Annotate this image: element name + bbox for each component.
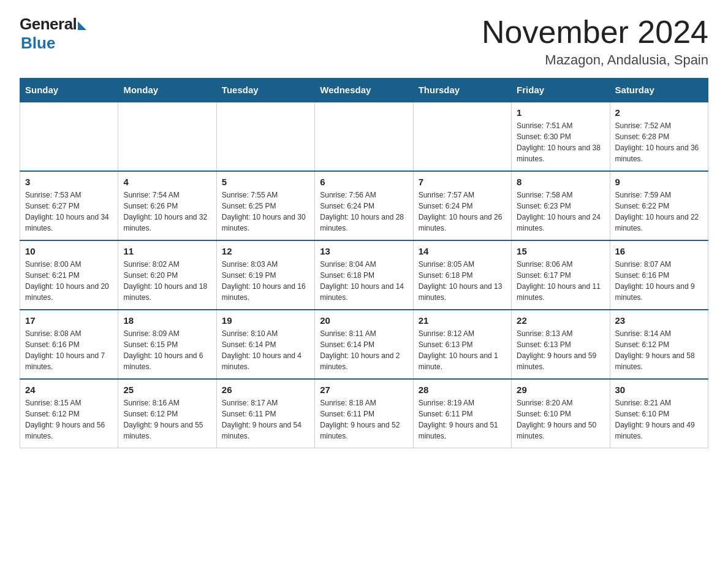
day-info: Sunrise: 8:17 AMSunset: 6:11 PMDaylight:… [222,397,309,442]
day-info: Sunrise: 8:13 AMSunset: 6:13 PMDaylight:… [517,328,604,372]
day-of-week-header: Thursday [413,79,511,102]
calendar-header-row: SundayMondayTuesdayWednesdayThursdayFrid… [20,79,708,102]
day-info: Sunrise: 7:55 AMSunset: 6:25 PMDaylight:… [222,190,309,234]
calendar-day-cell: 7Sunrise: 7:57 AMSunset: 6:24 PMDaylight… [413,171,511,240]
day-number: 17 [25,315,113,326]
day-info: Sunrise: 7:56 AMSunset: 6:24 PMDaylight:… [320,190,408,234]
day-info: Sunrise: 8:08 AMSunset: 6:16 PMDaylight:… [25,328,113,372]
calendar-day-cell [118,102,216,171]
day-info: Sunrise: 8:21 AMSunset: 6:10 PMDaylight:… [615,397,703,442]
calendar-day-cell: 18Sunrise: 8:09 AMSunset: 6:15 PMDayligh… [118,310,216,379]
calendar-day-cell: 21Sunrise: 8:12 AMSunset: 6:13 PMDayligh… [413,310,511,379]
calendar-day-cell: 25Sunrise: 8:16 AMSunset: 6:12 PMDayligh… [118,379,216,448]
day-number: 12 [222,246,309,256]
day-info: Sunrise: 8:00 AMSunset: 6:21 PMDaylight:… [25,259,113,303]
day-info: Sunrise: 8:14 AMSunset: 6:12 PMDaylight:… [615,328,703,372]
day-of-week-header: Monday [118,79,216,102]
day-info: Sunrise: 8:11 AMSunset: 6:14 PMDaylight:… [320,328,408,372]
day-number: 14 [419,246,506,256]
calendar-day-cell [315,102,413,171]
day-number: 10 [25,246,113,256]
day-info: Sunrise: 8:05 AMSunset: 6:18 PMDaylight:… [419,259,506,303]
calendar-day-cell: 22Sunrise: 8:13 AMSunset: 6:13 PMDayligh… [512,310,610,379]
day-number: 23 [615,315,703,326]
calendar-day-cell: 11Sunrise: 8:02 AMSunset: 6:20 PMDayligh… [118,240,216,310]
logo: General Blue [20,15,86,53]
day-number: 11 [123,246,211,256]
day-number: 13 [320,246,408,256]
day-info: Sunrise: 8:18 AMSunset: 6:11 PMDaylight:… [320,397,408,442]
calendar-day-cell: 4Sunrise: 7:54 AMSunset: 6:26 PMDaylight… [118,171,216,240]
day-number: 29 [517,385,604,395]
calendar-week-row: 3Sunrise: 7:53 AMSunset: 6:27 PMDaylight… [20,171,708,240]
day-number: 8 [517,177,604,187]
calendar-week-row: 1Sunrise: 7:51 AMSunset: 6:30 PMDaylight… [20,102,708,171]
logo-blue-text: Blue [21,34,55,53]
calendar-day-cell: 2Sunrise: 7:52 AMSunset: 6:28 PMDaylight… [610,102,708,171]
calendar-day-cell: 1Sunrise: 7:51 AMSunset: 6:30 PMDaylight… [512,102,610,171]
day-number: 21 [419,315,506,326]
day-info: Sunrise: 8:16 AMSunset: 6:12 PMDaylight:… [123,397,211,442]
day-of-week-header: Sunday [20,79,118,102]
day-number: 26 [222,385,309,395]
day-number: 16 [615,246,703,256]
calendar-day-cell: 29Sunrise: 8:20 AMSunset: 6:10 PMDayligh… [512,379,610,448]
calendar-day-cell: 5Sunrise: 7:55 AMSunset: 6:25 PMDaylight… [216,171,314,240]
day-number: 27 [320,385,408,395]
calendar-day-cell [216,102,314,171]
day-number: 20 [320,315,408,326]
calendar-day-cell: 6Sunrise: 7:56 AMSunset: 6:24 PMDaylight… [315,171,413,240]
day-info: Sunrise: 8:15 AMSunset: 6:12 PMDaylight:… [25,397,113,442]
day-info: Sunrise: 8:20 AMSunset: 6:10 PMDaylight:… [517,397,604,442]
page-header: General Blue November 2024 Mazagon, Anda… [20,15,708,68]
day-info: Sunrise: 7:54 AMSunset: 6:26 PMDaylight:… [123,190,211,234]
day-number: 28 [419,385,506,395]
calendar-day-cell: 24Sunrise: 8:15 AMSunset: 6:12 PMDayligh… [20,379,118,448]
day-number: 18 [123,315,211,326]
calendar-title: November 2024 [482,15,708,50]
day-number: 3 [25,177,113,187]
day-of-week-header: Friday [512,79,610,102]
calendar-day-cell: 20Sunrise: 8:11 AMSunset: 6:14 PMDayligh… [315,310,413,379]
calendar-day-cell: 27Sunrise: 8:18 AMSunset: 6:11 PMDayligh… [315,379,413,448]
day-of-week-header: Saturday [610,79,708,102]
calendar-day-cell: 28Sunrise: 8:19 AMSunset: 6:11 PMDayligh… [413,379,511,448]
day-number: 19 [222,315,309,326]
day-of-week-header: Wednesday [315,79,413,102]
calendar-day-cell [413,102,511,171]
day-number: 15 [517,246,604,256]
day-info: Sunrise: 8:06 AMSunset: 6:17 PMDaylight:… [517,259,604,303]
calendar-day-cell: 30Sunrise: 8:21 AMSunset: 6:10 PMDayligh… [610,379,708,448]
title-block: November 2024 Mazagon, Andalusia, Spain [482,15,708,68]
day-info: Sunrise: 7:58 AMSunset: 6:23 PMDaylight:… [517,190,604,234]
day-info: Sunrise: 7:59 AMSunset: 6:22 PMDaylight:… [615,190,703,234]
calendar-day-cell [20,102,118,171]
calendar-day-cell: 26Sunrise: 8:17 AMSunset: 6:11 PMDayligh… [216,379,314,448]
day-number: 5 [222,177,309,187]
calendar-day-cell: 13Sunrise: 8:04 AMSunset: 6:18 PMDayligh… [315,240,413,310]
day-info: Sunrise: 8:04 AMSunset: 6:18 PMDaylight:… [320,259,408,303]
calendar-week-row: 10Sunrise: 8:00 AMSunset: 6:21 PMDayligh… [20,240,708,310]
day-number: 25 [123,385,211,395]
day-info: Sunrise: 7:51 AMSunset: 6:30 PMDaylight:… [517,120,604,164]
day-info: Sunrise: 8:02 AMSunset: 6:20 PMDaylight:… [123,259,211,303]
day-info: Sunrise: 8:19 AMSunset: 6:11 PMDaylight:… [419,397,506,442]
calendar-day-cell: 12Sunrise: 8:03 AMSunset: 6:19 PMDayligh… [216,240,314,310]
day-number: 7 [419,177,506,187]
day-info: Sunrise: 8:07 AMSunset: 6:16 PMDaylight:… [615,259,703,303]
calendar-table: SundayMondayTuesdayWednesdayThursdayFrid… [20,78,708,448]
day-number: 2 [615,107,703,118]
calendar-day-cell: 10Sunrise: 8:00 AMSunset: 6:21 PMDayligh… [20,240,118,310]
calendar-day-cell: 16Sunrise: 8:07 AMSunset: 6:16 PMDayligh… [610,240,708,310]
day-info: Sunrise: 8:10 AMSunset: 6:14 PMDaylight:… [222,328,309,372]
day-number: 30 [615,385,703,395]
calendar-day-cell: 15Sunrise: 8:06 AMSunset: 6:17 PMDayligh… [512,240,610,310]
day-info: Sunrise: 8:12 AMSunset: 6:13 PMDaylight:… [419,328,506,372]
calendar-week-row: 17Sunrise: 8:08 AMSunset: 6:16 PMDayligh… [20,310,708,379]
calendar-day-cell: 8Sunrise: 7:58 AMSunset: 6:23 PMDaylight… [512,171,610,240]
logo-triangle-icon [78,21,86,30]
day-of-week-header: Tuesday [216,79,314,102]
calendar-day-cell: 19Sunrise: 8:10 AMSunset: 6:14 PMDayligh… [216,310,314,379]
day-number: 24 [25,385,113,395]
day-info: Sunrise: 7:57 AMSunset: 6:24 PMDaylight:… [419,190,506,234]
